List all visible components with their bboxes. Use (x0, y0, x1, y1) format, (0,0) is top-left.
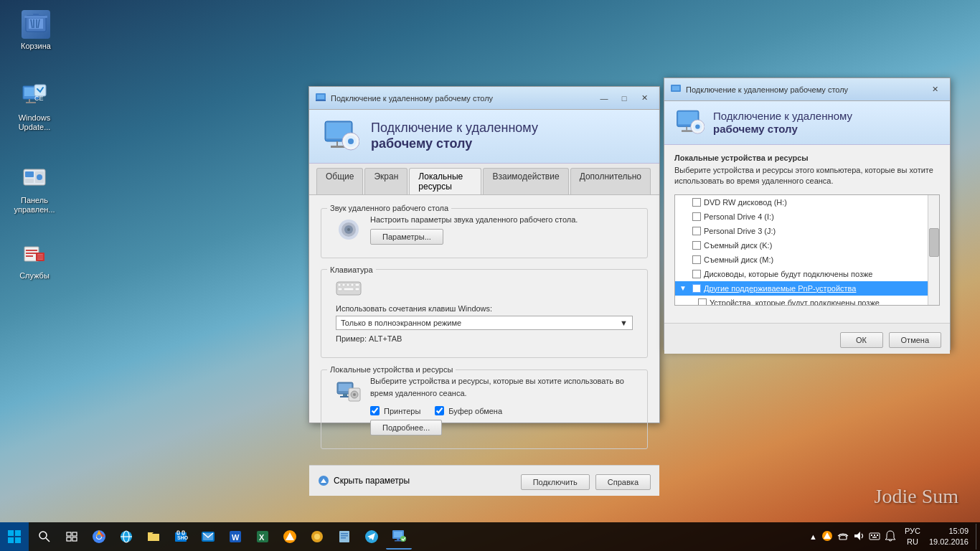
svg-rect-51 (338, 288, 342, 291)
secondary-close-button[interactable]: ✕ (925, 83, 944, 97)
desktop-icon-services[interactable]: Службы (6, 237, 63, 283)
keyboard-dropdown-row: Только в полноэкранном режиме ▼ (336, 316, 633, 330)
device-pnp-checkbox[interactable] (692, 284, 701, 293)
taskbar-store[interactable]: SHOP (168, 524, 194, 550)
start-button[interactable] (0, 522, 29, 551)
devices-list[interactable]: DVD RW дисковод (H:) Personal Drive 4 (I… (674, 194, 940, 306)
sound-icon (336, 217, 362, 242)
local-devices-label: Локальные устройства и ресурсы (327, 365, 456, 374)
device-p3-label: Personal Drive 3 (J:) (704, 227, 776, 235)
taskbar-outlook[interactable] (195, 524, 221, 550)
taskbar-word[interactable]: W (222, 524, 248, 550)
device-removable-m[interactable]: Съемный диск (M:) (675, 253, 939, 267)
svg-point-84 (97, 534, 101, 539)
local-devices-panel-title: Локальные устройства и ресурсы (674, 154, 940, 162)
device-devl-checkbox[interactable] (698, 298, 707, 306)
desktop-icon-windows-update[interactable]: CE WindowsUpdate... (6, 79, 63, 135)
local-devices-content: Выберите устройства и ресурсы, которые в… (327, 374, 641, 443)
svg-rect-22 (26, 250, 37, 251)
network-icon (837, 530, 849, 542)
taskbar-excel[interactable]: X (250, 524, 275, 550)
tab-advanced[interactable]: Дополнительно (570, 168, 651, 194)
device-devices-later[interactable]: Устройства, которые будут подключены поз… (675, 296, 939, 306)
close-button[interactable]: ✕ (635, 91, 654, 105)
clipboard-checkbox-row[interactable]: Буфер обмена (435, 406, 502, 415)
hide-params-btn[interactable]: Скрыть параметры (318, 475, 410, 486)
scrollbar-thumb[interactable] (929, 228, 939, 257)
details-button[interactable]: Подробнее... (370, 420, 442, 435)
svg-point-71 (695, 124, 699, 128)
scrollbar-track[interactable] (928, 195, 939, 305)
device-personal4[interactable]: Personal Drive 4 (I:) (675, 209, 939, 224)
device-p3-checkbox[interactable] (692, 227, 701, 235)
device-p4-checkbox[interactable] (692, 212, 701, 221)
rdp-secondary-titlebar: Подключение к удаленному рабочему столу … (664, 78, 950, 101)
sound-params-button[interactable]: Параметры... (370, 229, 443, 245)
taskbar-chrome[interactable] (86, 524, 112, 550)
local-devices-panel: Локальные устройства и ресурсы Выберите … (664, 145, 950, 323)
tray-show-hidden[interactable]: ▲ (809, 532, 817, 541)
taskbar-telegram[interactable] (359, 524, 385, 550)
files-icon (337, 529, 352, 544)
clipboard-checkbox[interactable] (435, 406, 444, 415)
tray-network[interactable] (837, 530, 849, 543)
keyboard-dropdown[interactable]: Только в полноэкранном режиме ▼ (336, 316, 633, 330)
taskbar-clock[interactable]: 15:09 19.02.2016 (923, 526, 974, 548)
taskbar-language[interactable]: РУС RU (902, 526, 923, 548)
taskbar-task-view[interactable] (59, 524, 85, 550)
desktop-icon-recycle[interactable]: Корзина (7, 7, 65, 54)
device-removable-k[interactable]: Съемный диск (K:) (675, 238, 939, 253)
cancel-button[interactable]: Отмена (889, 332, 941, 348)
device-other-pnp[interactable]: ▼ Другие поддерживаемые PnP-устройства (675, 281, 939, 296)
device-dvd-checkbox[interactable] (692, 198, 701, 207)
minimize-button[interactable]: — (595, 91, 613, 105)
svg-point-60 (353, 393, 356, 396)
device-rm-checkbox[interactable] (692, 255, 701, 264)
desktop-icon-control-panel[interactable]: Панельуправлен... (6, 161, 63, 217)
ok-button[interactable]: ОК (840, 332, 883, 348)
bottom-buttons: Подключить Справка (521, 471, 651, 490)
rdp-main-bottom: Скрыть параметры Подключить Справка (309, 465, 659, 496)
connect-button[interactable]: Подключить (521, 474, 590, 490)
taskbar-files[interactable] (331, 524, 357, 550)
taskbar-ie[interactable] (113, 524, 139, 550)
taskbar-rdp-running[interactable] (386, 524, 412, 550)
dropdown-arrow-icon: ▼ (620, 319, 628, 327)
tray-notification[interactable] (885, 530, 896, 543)
taskbar-vlc[interactable] (277, 524, 303, 550)
keyboard-section-content: Использовать сочетания клавиш Windows: Т… (327, 274, 641, 352)
taskbar-paint[interactable] (304, 524, 330, 550)
printers-checkbox[interactable] (370, 406, 380, 415)
keyboard-section-label: Клавиатура (327, 265, 376, 274)
tab-screen[interactable]: Экран (364, 168, 407, 194)
device-dl-checkbox[interactable] (692, 270, 701, 278)
svg-point-40 (348, 138, 354, 144)
device-rk-checkbox[interactable] (692, 241, 701, 250)
svg-rect-46 (338, 283, 341, 286)
tray-vlc[interactable] (821, 530, 833, 543)
rdp-secondary-app-icon (670, 84, 682, 95)
svg-rect-118 (871, 534, 872, 536)
svg-marker-116 (854, 532, 860, 540)
taskbar-search[interactable] (32, 524, 57, 550)
device-personal3[interactable]: Personal Drive 3 (J:) (675, 224, 939, 238)
maximize-button[interactable]: □ (615, 91, 633, 105)
keyboard-desc: Использовать сочетания клавиш Windows: (336, 304, 492, 313)
tray-volume[interactable] (853, 530, 864, 543)
tab-general[interactable]: Общие (316, 168, 363, 194)
show-desktop-button[interactable] (976, 524, 980, 550)
tab-local-resources[interactable]: Локальные ресурсы (409, 168, 481, 194)
printers-checkbox-row[interactable]: Принтеры (370, 406, 420, 415)
tray-keyboard[interactable] (869, 530, 880, 543)
secondary-window-controls: ✕ (925, 83, 944, 97)
svg-rect-119 (874, 534, 875, 536)
device-dvd-rw[interactable]: DVD RW дисковод (H:) (675, 195, 939, 209)
rdp-running-icon (392, 529, 406, 543)
device-drives-later[interactable]: Дисководы, которые будут подключены позж… (675, 267, 939, 281)
device-pnp-expand[interactable]: ▼ (679, 284, 689, 292)
help-button[interactable]: Справка (595, 474, 651, 490)
rdp-secondary-header-title: Подключение к удаленному рабочему столу (713, 110, 852, 136)
taskbar-explorer[interactable] (141, 524, 166, 550)
rdp-app-icon (315, 93, 326, 104)
tab-interaction[interactable]: Взаимодействие (483, 168, 568, 194)
